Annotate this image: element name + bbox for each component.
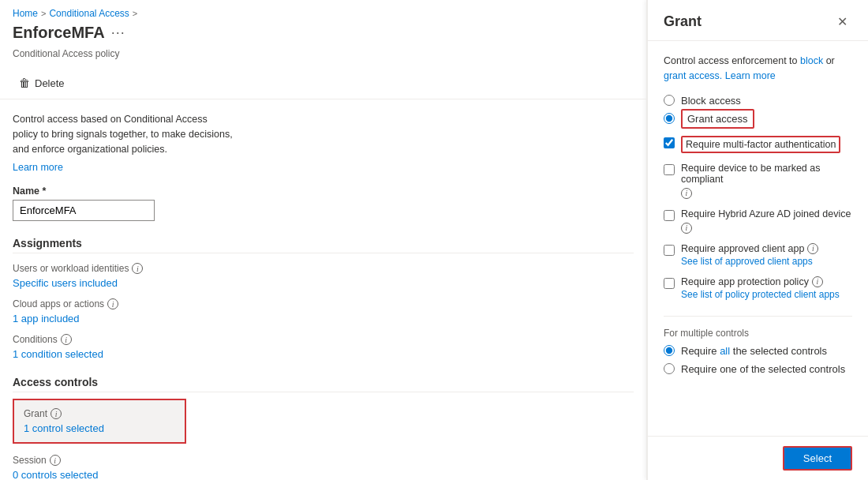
cloud-apps-value[interactable]: 1 app included	[13, 313, 80, 324]
require-all-option[interactable]: Require all the selected controls	[664, 345, 852, 357]
close-button[interactable]: ✕	[832, 13, 852, 31]
users-label: Users or workload identities i	[13, 263, 634, 274]
session-value[interactable]: 0 controls selected	[13, 469, 98, 480]
panel-title: Grant	[664, 13, 702, 30]
block-access-label: Block access	[681, 95, 741, 107]
require-all-label: Require all the selected controls	[681, 345, 827, 357]
grant-info-icon: i	[51, 408, 62, 419]
trash-icon: 🗑	[19, 77, 30, 89]
select-button[interactable]: Select	[783, 446, 852, 471]
session-label: Session i	[13, 455, 634, 466]
cloud-apps-label: Cloud apps or actions i	[13, 298, 634, 309]
breadcrumb-conditional-access[interactable]: Conditional Access	[49, 8, 129, 19]
name-label: Name *	[13, 186, 634, 197]
checkbox-list: Require multi-factor authentication Requ…	[664, 136, 852, 300]
breadcrumb: Home > Conditional Access >	[0, 0, 646, 24]
breadcrumb-home[interactable]: Home	[13, 8, 38, 19]
conditions-value[interactable]: 1 condition selected	[13, 348, 103, 360]
require-one-label: Require one of the selected controls	[681, 363, 845, 375]
mfa-checkbox-item: Require multi-factor authentication	[664, 136, 852, 153]
cloud-apps-section: Cloud apps or actions i 1 app included	[13, 298, 634, 324]
approved-app-info-icon: i	[807, 243, 818, 254]
require-all-radio[interactable]	[664, 345, 675, 356]
panel-content: Control access enforcement to block or g…	[648, 41, 868, 436]
breadcrumb-sep1: >	[41, 9, 46, 18]
panel-footer: Select	[648, 436, 868, 480]
hybrid-checkbox-item: Require Hybrid Azure AD joined device i	[664, 208, 852, 234]
app-protection-label: Require app protection policy i	[681, 276, 840, 287]
grant-link[interactable]: grant access.	[664, 70, 722, 81]
block-access-option[interactable]: Block access	[664, 95, 852, 107]
hybrid-label: Require Hybrid Azure AD joined device i	[681, 208, 852, 234]
grant-access-label: Grant access	[681, 113, 754, 125]
approved-app-checkbox[interactable]	[664, 245, 675, 256]
block-link[interactable]: block	[800, 55, 823, 66]
access-controls-section: Access controls Grant i 1 control select…	[13, 376, 634, 480]
access-controls-header: Access controls	[13, 376, 634, 392]
page-header: EnforceMFA ···	[0, 24, 646, 48]
more-options-icon[interactable]: ···	[111, 24, 125, 41]
cloud-apps-info-icon: i	[107, 298, 118, 309]
access-type-radio-group: Block access Grant access	[664, 95, 852, 125]
description-text: Control access based on Conditional Acce…	[13, 112, 234, 156]
grant-box[interactable]: Grant i 1 control selected	[13, 399, 186, 444]
grant-value: 1 control selected	[24, 422, 104, 434]
conditions-info-icon: i	[61, 334, 72, 345]
grant-box-header: Grant i	[24, 408, 175, 419]
left-panel: Home > Conditional Access > EnforceMFA ·…	[0, 0, 647, 480]
app-protection-checkbox-item: Require app protection policy i See list…	[664, 276, 852, 300]
conditions-label: Conditions i	[13, 334, 634, 345]
compliant-label: Require device to be marked as compliant…	[681, 163, 852, 199]
name-section: Name *	[13, 186, 634, 221]
approved-app-link[interactable]: See list of approved client apps	[681, 256, 818, 267]
session-info-icon: i	[50, 455, 61, 466]
mfa-label: Require multi-factor authentication	[681, 136, 840, 153]
require-one-radio[interactable]	[664, 363, 675, 374]
approved-app-label-container: Require approved client app i See list o…	[681, 243, 818, 267]
mfa-label-container: Require multi-factor authentication	[681, 136, 840, 153]
toolbar: 🗑 Delete	[0, 67, 646, 99]
panel-header: Grant ✕	[648, 0, 868, 41]
session-section: Session i 0 controls selected	[13, 455, 634, 480]
app-protection-checkbox[interactable]	[664, 278, 675, 289]
approved-app-label: Require approved client app i	[681, 243, 818, 254]
grant-access-radio[interactable]	[664, 113, 675, 124]
grant-access-option[interactable]: Grant access	[664, 113, 852, 125]
multiple-controls-section: For multiple controls Require all the se…	[664, 316, 852, 375]
panel-learn-more[interactable]: Learn more	[725, 70, 776, 81]
main-content: Control access based on Conditional Acce…	[0, 99, 646, 480]
description-learn-more[interactable]: Learn more	[13, 162, 63, 173]
hybrid-checkbox[interactable]	[664, 210, 675, 221]
compliant-info-icon: i	[681, 188, 692, 199]
compliant-checkbox[interactable]	[664, 164, 675, 175]
delete-label: Delete	[35, 77, 65, 89]
page-subtitle: Conditional Access policy	[0, 48, 646, 67]
delete-button[interactable]: 🗑 Delete	[13, 73, 71, 92]
conditions-section: Conditions i 1 condition selected	[13, 334, 634, 360]
page-title: EnforceMFA	[13, 24, 105, 42]
name-input[interactable]	[13, 200, 155, 221]
compliant-label-container: Require device to be marked as compliant…	[681, 163, 852, 199]
hybrid-info-icon: i	[681, 223, 692, 234]
block-access-radio[interactable]	[664, 95, 675, 106]
multiple-controls-label: For multiple controls	[664, 328, 852, 339]
app-protection-label-container: Require app protection policy i See list…	[681, 276, 840, 300]
assignments-header: Assignments	[13, 237, 634, 253]
grant-panel: Grant ✕ Control access enforcement to bl…	[647, 0, 868, 480]
users-value[interactable]: Specific users included	[13, 277, 118, 289]
users-info-icon: i	[132, 263, 143, 274]
mfa-checkbox[interactable]	[664, 137, 675, 148]
hybrid-label-container: Require Hybrid Azure AD joined device i	[681, 208, 852, 234]
app-protection-info-icon: i	[812, 276, 823, 287]
compliant-checkbox-item: Require device to be marked as compliant…	[664, 163, 852, 199]
approved-app-checkbox-item: Require approved client app i See list o…	[664, 243, 852, 267]
app-protection-link[interactable]: See list of policy protected client apps	[681, 289, 840, 300]
panel-description: Control access enforcement to block or g…	[664, 54, 852, 84]
breadcrumb-sep2: >	[133, 9, 137, 18]
users-section: Users or workload identities i Specific …	[13, 263, 634, 289]
require-one-option[interactable]: Require one of the selected controls	[664, 363, 852, 375]
grant-label: Grant	[24, 408, 47, 419]
